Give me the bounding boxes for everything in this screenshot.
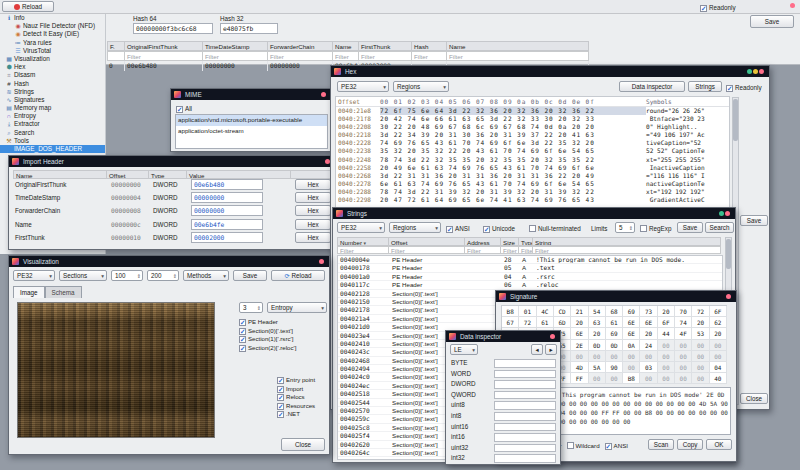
signature-byte-cell[interactable]: 6F (710, 306, 727, 317)
mime-titlebar[interactable]: MIME (171, 89, 331, 100)
hex-row-bytes[interactable]: 78 74 3d 22 32 35 35 20 32 35 35 20 32 3… (380, 156, 646, 164)
sidebar-item[interactable]: ∩Entropy (0, 112, 105, 120)
signature-byte-cell[interactable]: 0A (623, 340, 640, 351)
signature-byte-cell[interactable]: 00 (675, 362, 692, 373)
signature-byte-cell[interactable]: 00 (675, 340, 692, 351)
signature-byte-cell[interactable]: 90 (606, 362, 623, 373)
import-table-column-header[interactable]: F. (107, 41, 125, 51)
filter-input[interactable]: Filter (359, 51, 412, 61)
signature-byte-cell[interactable]: 0D (589, 340, 606, 351)
signature-byte-cell[interactable]: 44 (658, 328, 675, 339)
filter-input[interactable]: Filter (337, 246, 389, 254)
signature-byte-cell[interactable]: 00 (692, 340, 709, 351)
signature-byte-cell[interactable]: 20 (710, 328, 727, 339)
window-dot[interactable] (319, 259, 324, 264)
field-value-input[interactable]: 00e6b480 (191, 179, 263, 190)
column-header[interactable]: Offset (389, 237, 465, 246)
sidebar-item[interactable]: ≔Yara rules (0, 39, 105, 47)
methods-combo[interactable]: Methods (183, 270, 229, 281)
import-table-column-header[interactable]: ForwarderChain (268, 41, 333, 51)
strings-button[interactable]: Strings (688, 81, 722, 92)
signature-byte-cell[interactable]: 6D (554, 317, 571, 328)
signature-byte-cell[interactable]: 21 (571, 306, 588, 317)
hex-row-bytes[interactable]: 6e 61 63 74 69 76 65 43 61 70 74 69 6f 6… (380, 180, 646, 188)
field-value-input[interactable]: 00002000 (191, 232, 263, 243)
signature-byte-cell[interactable]: 04 (710, 362, 727, 373)
window-dot[interactable] (719, 211, 724, 216)
hex-row[interactable]: 0040:223835 32 20 35 32 22 20 43 61 70 7… (336, 147, 729, 155)
sidebar-item[interactable]: ⌗Disasm (0, 71, 105, 79)
signature-byte-cell[interactable]: 00 (675, 351, 692, 362)
hex-row[interactable]: 0040:220830 22 20 48 69 67 68 6c 69 67 6… (336, 123, 729, 131)
inspector-value-input[interactable] (494, 444, 556, 453)
column-header[interactable] (291, 170, 333, 179)
hex-row[interactable]: 0040:224878 74 3d 22 32 35 35 20 32 35 3… (336, 156, 729, 164)
signature-byte-cell[interactable]: 54 (589, 306, 606, 317)
height-spinner[interactable]: 200 (147, 270, 179, 281)
signature-byte-cell[interactable]: 69 (606, 328, 623, 339)
column-header[interactable]: Name (13, 170, 107, 179)
hex-close-button[interactable]: Close (740, 393, 768, 404)
hex-row[interactable]: 0040:225820 49 6e 61 63 74 69 76 65 43 6… (336, 164, 729, 172)
option-checkbox[interactable]: ✓Import (277, 385, 329, 394)
signature-byte-cell[interactable]: 00 (640, 373, 657, 384)
type-combo[interactable]: PE32 (337, 222, 385, 233)
signature-byte-cell[interactable]: 74 (675, 317, 692, 328)
signature-byte-cell[interactable]: 00 (710, 340, 727, 351)
filter-input[interactable] (107, 51, 125, 61)
option-checkbox[interactable]: ✓.NET (277, 410, 329, 419)
filter-input[interactable]: Filter (125, 51, 203, 61)
signature-byte-cell[interactable]: 00 (606, 351, 623, 362)
viz-close-button[interactable]: Close (281, 438, 325, 451)
signature-byte-cell[interactable]: 67 (502, 317, 519, 328)
signature-byte-cell[interactable]: 00 (589, 373, 606, 384)
signature-byte-cell[interactable]: 63 (589, 317, 606, 328)
signature-byte-cell[interactable]: 0D (606, 340, 623, 351)
hex-row[interactable]: 0040:229820 47 72 61 64 69 65 6e 74 41 6… (336, 196, 729, 204)
signature-byte-cell[interactable]: 69 (623, 306, 640, 317)
signature-byte-cell[interactable]: 00 (571, 351, 588, 362)
signature-byte-cell[interactable]: 00 (692, 373, 709, 384)
sidebar-item[interactable]: ◉Detect It Easy (DiE) (0, 30, 105, 38)
signature-byte-cell[interactable]: 68 (606, 306, 623, 317)
signature-byte-cell[interactable]: CD (554, 306, 571, 317)
hex-row[interactable]: 0040:21f820 42 74 6e 66 61 63 65 3d 22 3… (336, 115, 729, 123)
hex-titlebar[interactable]: Hex (331, 66, 769, 77)
sections-combo[interactable]: Sections (59, 270, 107, 281)
reload-button[interactable]: Reload (2, 1, 54, 12)
endian-combo[interactable]: LE (450, 344, 478, 355)
signature-byte-cell[interactable]: 00 (675, 373, 692, 384)
signature-byte-cell[interactable]: 00 (658, 351, 675, 362)
ansi-checkbox[interactable]: ✓ANSI (446, 224, 470, 233)
inspector-value-input[interactable] (494, 391, 556, 400)
hex-row[interactable]: 0040:22183d 22 34 39 20 31 30 36 20 31 3… (336, 131, 729, 139)
field-value-input[interactable]: 00000000 (191, 205, 263, 216)
signature-button[interactable]: OK (706, 439, 732, 450)
signature-byte-cell[interactable]: 62 (710, 317, 727, 328)
tab-schema[interactable]: Schema (45, 286, 82, 298)
signature-byte-cell[interactable]: FF (571, 373, 588, 384)
import-table-column-header[interactable]: Name (333, 41, 359, 51)
string-row[interactable]: 004001a0PE Header04A.rsrc (338, 273, 722, 281)
hex-row[interactable]: 0040:228878 74 3d 22 31 39 32 20 31 39 3… (336, 188, 729, 196)
data-inspector-titlebar[interactable]: Data inspector (446, 331, 560, 342)
mode-combo[interactable]: Regions (389, 222, 441, 233)
sidebar-item[interactable]: ℹInfo (0, 14, 105, 22)
type-combo[interactable]: PE32 (337, 81, 389, 92)
signature-byte-cell[interactable]: 70 (675, 306, 692, 317)
inspector-value-input[interactable] (494, 412, 556, 421)
signature-byte-cell[interactable]: 00 (589, 351, 606, 362)
signature-byte-cell[interactable]: 00 (640, 351, 657, 362)
option-checkbox[interactable]: ✓Entry point (277, 376, 329, 385)
hex-row-bytes[interactable]: 72 6f 75 6e 64 3d 22 32 36 20 32 36 20 3… (380, 107, 646, 115)
signature-byte-cell[interactable]: 00 (606, 373, 623, 384)
inspector-value-input[interactable] (494, 401, 556, 410)
signature-button[interactable]: Copy (677, 439, 703, 450)
signature-byte-cell[interactable]: 73 (640, 306, 657, 317)
hex-row-bytes[interactable]: 78 74 3d 22 31 39 32 20 31 39 32 20 31 3… (380, 188, 646, 196)
filter-input[interactable]: Filter (519, 246, 533, 254)
sidebar-item[interactable]: ≋Strings (0, 88, 105, 96)
hex-row[interactable]: 0040:22683d 22 31 31 36 20 31 31 36 20 3… (336, 172, 729, 180)
signature-byte-cell[interactable]: 6E (623, 317, 640, 328)
next-button[interactable]: ▸ (545, 344, 557, 355)
